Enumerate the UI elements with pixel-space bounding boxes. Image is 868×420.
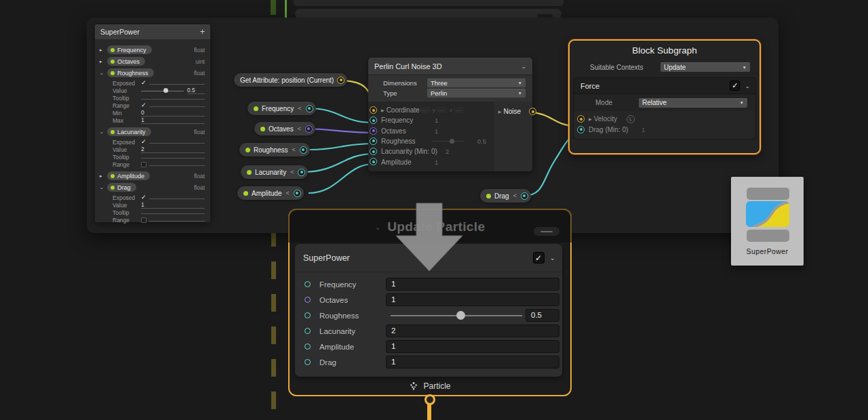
down-arrow: [0, 0, 868, 420]
vfx-graph-screenshot: SuperPower + ▸ Frequency float ▸ Octaves…: [0, 0, 868, 420]
